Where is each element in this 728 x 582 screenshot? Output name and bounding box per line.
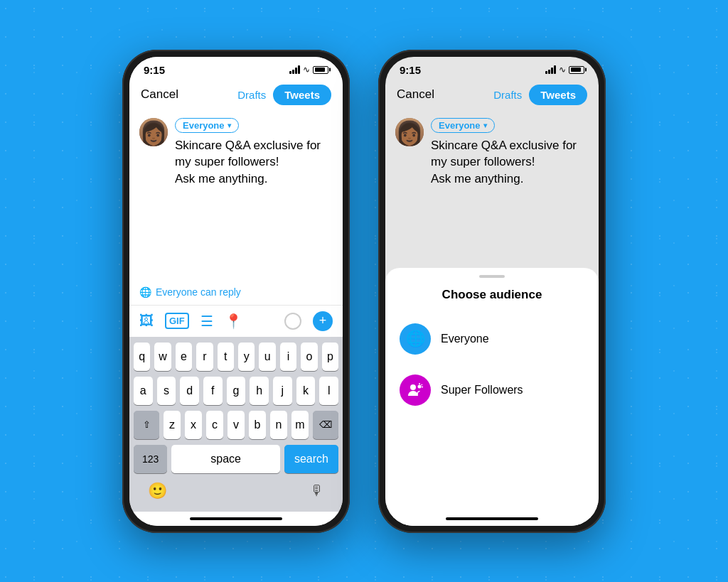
keyboard-left: q w e r t y u i o p a s d f g h j k l [129,337,343,512]
key-t[interactable]: t [218,343,234,371]
key-k[interactable]: k [296,377,316,405]
compose-toolbar-left: 🖼 GIF ☰ 📍 + [129,305,343,337]
gif-icon-left[interactable]: GIF [165,313,189,329]
cancel-button-left[interactable]: Cancel [141,87,178,102]
drafts-button-right[interactable]: Drafts [493,89,522,101]
key-g[interactable]: g [227,377,246,405]
super-followers-icon-circle [400,374,431,406]
keyboard-footer: 🙂 🎙 [134,478,338,509]
right-phone: 9:15 ∿ Cancel Drafts Tweets [378,50,606,533]
wifi-icon-left: ∿ [303,65,310,75]
everyone-icon-circle: 🌐 [400,323,431,355]
key-n[interactable]: n [270,411,287,439]
image-icon-left[interactable]: 🖼 [139,313,154,329]
tweet-text-right: Skincare Q&A exclusive for my super foll… [431,137,589,188]
audience-option-super-followers[interactable]: Super Followers [385,365,599,416]
key-x[interactable]: x [185,411,202,439]
key-shift[interactable]: ⇧ [134,411,159,439]
cancel-button-right[interactable]: Cancel [397,87,434,102]
key-a[interactable]: a [134,377,153,405]
key-e[interactable]: e [176,343,192,371]
emoji-icon-left[interactable]: 🙂 [148,482,167,500]
nav-bar-right: Cancel Drafts Tweets [385,80,599,111]
compose-right-left: Everyone ▾ Skincare Q&A exclusive for my… [175,118,333,188]
svg-line-3 [422,384,423,385]
nav-bar-left: Cancel Drafts Tweets [129,80,343,111]
key-l[interactable]: l [319,377,338,405]
key-s[interactable]: s [157,377,176,405]
audience-pill-left[interactable]: Everyone ▾ [175,118,239,133]
progress-circle-left [284,313,301,330]
compose-area-right: Everyone ▾ Skincare Q&A exclusive for my… [385,111,599,195]
key-p[interactable]: p [322,343,338,371]
audience-label-left: Everyone [183,120,225,131]
sheet-handle [385,268,599,285]
key-j[interactable]: j [273,377,292,405]
home-indicator-right [385,512,599,526]
drafts-button-left[interactable]: Drafts [237,89,266,101]
signal-bars-right [545,65,556,74]
audience-sheet: Choose audience 🌐 Everyone [385,268,599,526]
chevron-down-icon-right: ▾ [483,122,487,129]
status-time-left: 9:15 [144,64,165,76]
svg-point-0 [410,384,416,390]
tweets-button-left[interactable]: Tweets [273,85,331,105]
tweet-text-left[interactable]: Skincare Q&A exclusive for my super foll… [175,137,333,188]
status-bar-left: 9:15 ∿ [129,57,343,80]
location-icon-left[interactable]: 📍 [225,313,242,330]
key-f[interactable]: f [203,377,223,405]
signal-bars-left [289,65,300,74]
list-icon-left[interactable]: ☰ [200,313,213,330]
key-h[interactable]: h [250,377,269,405]
key-space[interactable]: space [171,445,280,473]
sheet-title: Choose audience [385,285,599,313]
key-c[interactable]: c [206,411,223,439]
compose-right-right: Everyone ▾ Skincare Q&A exclusive for my… [431,118,589,188]
super-followers-label: Super Followers [441,384,523,397]
key-o[interactable]: o [301,343,317,371]
tweets-button-right[interactable]: Tweets [529,85,587,105]
svg-point-1 [418,384,422,388]
mic-icon-left[interactable]: 🎙 [310,483,324,499]
right-phone-screen: 9:15 ∿ Cancel Drafts Tweets [385,57,599,526]
audience-option-everyone[interactable]: 🌐 Everyone [385,313,599,365]
home-bar-left [190,517,282,520]
compose-area-left: Everyone ▾ Skincare Q&A exclusive for my… [129,111,343,279]
keyboard-row-3: ⇧ z x c v b n m ⌫ [134,411,338,439]
home-indicator-left [129,512,343,526]
key-i[interactable]: i [280,343,296,371]
key-v[interactable]: v [228,411,245,439]
compose-row-right: Everyone ▾ Skincare Q&A exclusive for my… [395,118,589,188]
nav-actions-left: Drafts Tweets [237,85,331,105]
keyboard-bottom-row: 123 space search [134,445,338,473]
avatar-right [395,118,424,146]
key-q[interactable]: q [134,343,150,371]
add-button-left[interactable]: + [313,311,333,331]
audience-pill-right[interactable]: Everyone ▾ [431,118,495,133]
status-icons-right: ∿ [545,65,584,75]
key-b[interactable]: b [249,411,266,439]
globe-icon-left: 🌐 [139,286,151,298]
key-z[interactable]: z [164,411,181,439]
key-123[interactable]: 123 [134,445,167,473]
keyboard-row-2: a s d f g h j k l [134,377,338,405]
left-phone-screen: 9:15 ∿ Cancel Drafts Tweets [129,57,343,526]
key-m[interactable]: m [291,411,309,439]
key-d[interactable]: d [180,377,199,405]
key-search[interactable]: search [284,445,338,473]
key-y[interactable]: y [238,343,255,371]
status-time-right: 9:15 [400,64,421,76]
key-delete[interactable]: ⌫ [313,411,338,439]
compose-row-left: Everyone ▾ Skincare Q&A exclusive for my… [139,118,333,188]
key-u[interactable]: u [259,343,275,371]
key-w[interactable]: w [154,343,171,371]
status-bar-right: 9:15 ∿ [385,57,599,80]
battery-icon-left [313,66,328,74]
reply-label-left[interactable]: Everyone can reply [156,286,241,298]
everyone-label: Everyone [441,333,489,345]
avatar-image-right [395,118,424,146]
key-r[interactable]: r [196,343,213,371]
nav-actions-right: Drafts Tweets [493,85,587,105]
battery-icon-right [569,66,584,74]
home-bar-right [446,517,538,520]
